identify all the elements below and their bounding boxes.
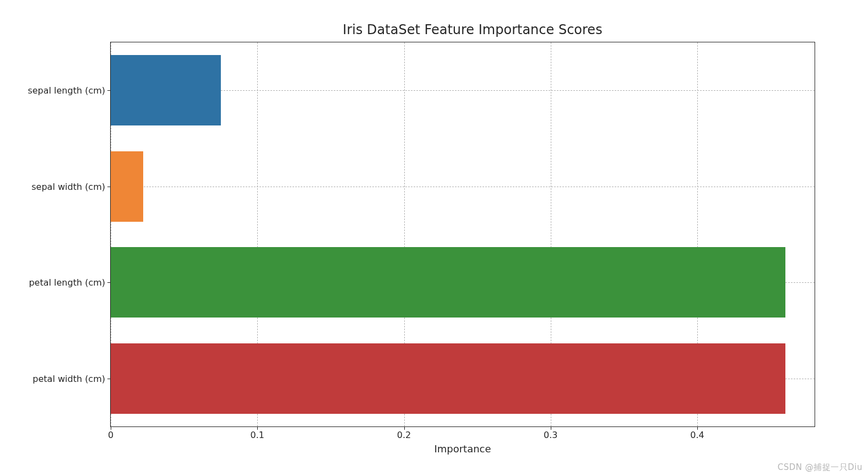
bar-petal-length: [111, 247, 785, 318]
xtick-label: 0.3: [544, 426, 557, 440]
bar-petal-width: [111, 343, 785, 414]
gridline-h: [111, 187, 815, 187]
watermark-text: CSDN @捕捉一只Diu: [778, 462, 862, 473]
xtick-label: 0.1: [250, 426, 264, 440]
ytick-label: petal length (cm): [29, 277, 111, 288]
bar-sepal-width: [111, 151, 143, 222]
ytick-label: petal width (cm): [32, 373, 111, 384]
xtick-label: 0.4: [690, 426, 704, 440]
xtick-label: 0: [108, 426, 113, 440]
x-axis-label: Importance: [434, 426, 491, 455]
ytick-label: sepal width (cm): [31, 181, 111, 192]
plot-area: 0 0.1 0.2 0.3 0.4 sepal length (cm) sepa…: [110, 42, 815, 427]
ytick-label: sepal length (cm): [28, 85, 111, 96]
xtick-label: 0.2: [397, 426, 411, 440]
chart-title: Iris DataSet Feature Importance Scores: [66, 22, 868, 37]
bar-sepal-length: [111, 55, 221, 125]
chart-container: Iris DataSet Feature Importance Scores 0…: [28, 22, 840, 457]
